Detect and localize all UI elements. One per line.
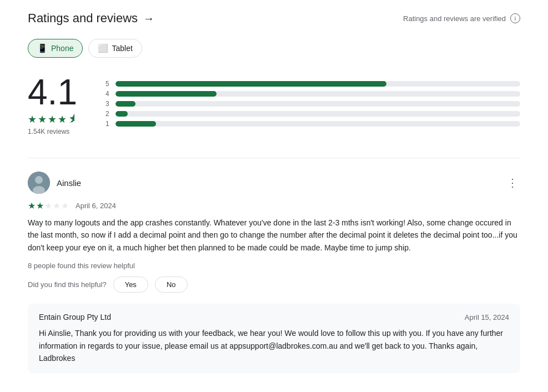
avatar-image <box>28 172 50 194</box>
bar-label-5: 5 <box>105 80 110 88</box>
arrow-icon[interactable]: → <box>143 12 154 25</box>
review-star-2: ★ <box>36 200 44 211</box>
svg-point-1 <box>35 176 43 184</box>
reviewer-header: Ainslie ⋮ <box>28 172 520 194</box>
star-4: ★ <box>58 113 67 125</box>
more-options-icon[interactable]: ⋮ <box>505 174 520 192</box>
bar-label-1: 1 <box>105 120 110 128</box>
review-meta: ★ ★ ★ ★ ★ April 6, 2024 <box>28 200 520 211</box>
rating-score: 4.1 ★ ★ ★ ★ ⯨ 1.54K reviews <box>28 74 83 135</box>
bar-fill-3 <box>115 101 135 107</box>
header-left: Ratings and reviews → <box>28 11 154 26</box>
bar-track-5 <box>115 81 520 87</box>
review-star-3: ★ <box>44 200 52 211</box>
bar-row-1: 1 <box>105 120 520 128</box>
review-stars: ★ ★ ★ ★ ★ <box>28 200 69 211</box>
bar-fill-4 <box>115 91 217 97</box>
tab-tablet[interactable]: ⬜ Tablet <box>88 39 142 58</box>
reviewer-name: Ainslie <box>57 178 81 188</box>
tab-tablet-label: Tablet <box>112 44 132 53</box>
helpful-row: Did you find this helpful? Yes No <box>28 277 520 293</box>
tablet-icon: ⬜ <box>98 43 108 53</box>
bar-label-4: 4 <box>105 90 110 98</box>
rating-stars-row: ★ ★ ★ ★ ⯨ <box>28 113 78 125</box>
reviewer-info: Ainslie <box>28 172 81 194</box>
star-2: ★ <box>38 113 47 125</box>
review-star-1: ★ <box>28 200 36 211</box>
ratings-section: 4.1 ★ ★ ★ ★ ⯨ 1.54K reviews 54321 <box>28 74 520 135</box>
bar-track-4 <box>115 91 520 97</box>
review-card: Ainslie ⋮ ★ ★ ★ ★ ★ April 6, 2024 Way to… <box>28 158 520 373</box>
review-count: 1.54K reviews <box>28 128 69 135</box>
avatar <box>28 172 50 194</box>
verified-text: Ratings and reviews are verified <box>403 14 506 23</box>
device-tabs: 📱 Phone ⬜ Tablet <box>28 39 520 58</box>
bar-row-3: 3 <box>105 100 520 108</box>
reply-author: Entain Group Pty Ltd <box>39 313 111 321</box>
bar-track-2 <box>115 111 520 117</box>
bar-track-3 <box>115 101 520 107</box>
bar-row-5: 5 <box>105 80 520 88</box>
review-star-4: ★ <box>53 200 61 211</box>
header-right: Ratings and reviews are verified i <box>403 13 520 23</box>
info-icon[interactable]: i <box>510 13 520 23</box>
bar-fill-1 <box>115 121 156 127</box>
review-text: Way to many logouts and the app crashes … <box>28 217 520 254</box>
bar-track-1 <box>115 121 520 127</box>
tab-phone[interactable]: 📱 Phone <box>28 39 83 58</box>
rating-bars: 54321 <box>105 74 520 128</box>
helpful-count: 8 people found this review helpful <box>28 262 520 270</box>
star-1: ★ <box>28 113 37 125</box>
helpful-no-button[interactable]: No <box>155 277 188 293</box>
reply-text: Hi Ainslie, Thank you for providing us w… <box>39 327 509 364</box>
ratings-header: Ratings and reviews → Ratings and review… <box>28 11 520 26</box>
tab-phone-label: Phone <box>51 44 73 53</box>
review-date: April 6, 2024 <box>76 202 116 210</box>
bar-label-3: 3 <box>105 100 110 108</box>
bar-row-2: 2 <box>105 110 520 118</box>
page-title: Ratings and reviews <box>28 11 138 26</box>
reply-header: Entain Group Pty Ltd April 15, 2024 <box>39 313 509 321</box>
bar-fill-5 <box>115 81 386 87</box>
score-number: 4.1 <box>28 74 77 110</box>
reply-date: April 15, 2024 <box>465 313 509 321</box>
helpful-label: Did you find this helpful? <box>28 280 107 289</box>
phone-icon: 📱 <box>37 43 48 53</box>
bar-label-2: 2 <box>105 110 110 118</box>
bar-fill-2 <box>115 111 128 117</box>
bar-row-4: 4 <box>105 90 520 98</box>
star-3: ★ <box>48 113 57 125</box>
developer-reply: Entain Group Pty Ltd April 15, 2024 Hi A… <box>28 304 520 373</box>
star-5-half: ⯨ <box>68 113 78 125</box>
helpful-yes-button[interactable]: Yes <box>113 277 148 293</box>
review-star-5: ★ <box>61 200 69 211</box>
